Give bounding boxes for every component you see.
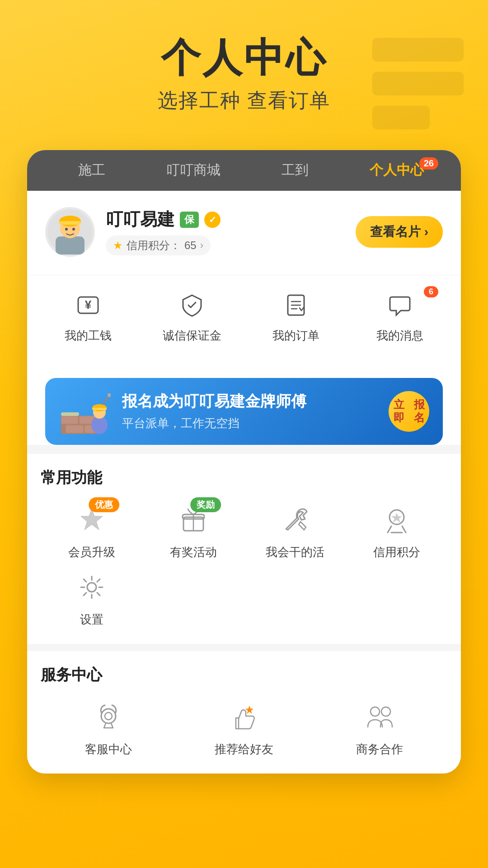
svg-rect-4 (56, 236, 84, 255)
wages-label: 我的工钱 (65, 328, 112, 344)
svg-marker-29 (391, 513, 402, 523)
customer-service-icon (90, 699, 127, 735)
vip-upgrade-icon: 优惠 (74, 502, 110, 538)
skills-icon (277, 502, 313, 538)
credit-label: 信用积分： (127, 238, 181, 253)
messages-icon: 6 (384, 289, 416, 321)
svg-point-9 (72, 228, 75, 231)
profile-left: 叮叮易建 保 ✓ ★ 信用积分： 65 › (45, 207, 221, 257)
page-subtitle: 选择工种 查看订单 (0, 87, 488, 114)
quick-action-wages[interactable]: ¥ 我的工钱 (36, 289, 140, 344)
common-functions-section: 常用功能 优惠 会员升级 奖励 (27, 454, 461, 644)
tab-dingdang-mall[interactable]: 叮叮商城 (142, 161, 244, 179)
svg-point-35 (381, 707, 390, 716)
banner-text: 报名成为叮叮易建金牌师傅 平台派单，工作无空挡 (122, 391, 380, 431)
func-activities[interactable]: 奖励 有奖活动 (142, 502, 244, 560)
activities-badge: 奖励 (190, 497, 221, 512)
wages-icon: ¥ (72, 289, 104, 321)
svg-point-31 (101, 709, 116, 723)
vip-upgrade-label: 会员升级 (68, 544, 115, 560)
svg-point-32 (105, 712, 112, 720)
main-card: 施工 叮叮商城 工到 个人中心 26 (27, 150, 461, 774)
recommend-friend-icon (226, 699, 262, 735)
svg-rect-24 (61, 412, 79, 416)
profile-row: 叮叮易建 保 ✓ ★ 信用积分： 65 › 查看名片 › (45, 207, 443, 257)
common-functions-title: 常用功能 (41, 467, 447, 488)
view-card-arrow-icon: › (424, 225, 428, 239)
credit-score: 65 (184, 239, 197, 252)
svg-rect-14 (61, 416, 78, 424)
recommend-friend-label: 推荐给好友 (215, 741, 273, 757)
func-skills[interactable]: 我会干的活 (244, 502, 346, 560)
banner-subtitle: 平台派单，工作无空挡 (122, 415, 380, 431)
page-title: 个人中心 (0, 36, 488, 80)
quick-action-messages[interactable]: 6 我的消息 (348, 289, 452, 344)
view-card-button[interactable]: 查看名片 › (356, 216, 443, 248)
header-area: 个人中心 选择工种 查看订单 (0, 0, 488, 137)
profile-name: 叮叮易建 (106, 208, 174, 231)
deposit-label: 诚信保证金 (163, 328, 221, 344)
service-recommend[interactable]: 推荐给好友 (176, 699, 312, 757)
svg-marker-33 (246, 706, 253, 713)
svg-point-34 (371, 707, 380, 716)
banner-section[interactable]: 报名成为叮叮易建金牌师傅 平台派单，工作无空挡 立即 报名 (45, 378, 443, 445)
badge-bao: 保 (180, 212, 199, 228)
activities-label: 有奖活动 (170, 544, 217, 560)
messages-label: 我的消息 (376, 328, 423, 344)
profile-section: 叮叮易建 保 ✓ ★ 信用积分： 65 › 查看名片 › (27, 191, 461, 275)
service-grid: 客服中心 推荐给好友 (41, 699, 447, 757)
func-credit-score[interactable]: 信用积分 (346, 502, 447, 560)
func-grid: 优惠 会员升级 奖励 (41, 502, 447, 627)
orders-icon (280, 289, 312, 321)
svg-rect-16 (66, 425, 84, 433)
svg-rect-7 (59, 221, 81, 225)
profile-name-row: 叮叮易建 保 ✓ (106, 208, 221, 231)
service-business[interactable]: 商务合作 (312, 699, 447, 757)
service-center-section: 服务中心 客服中心 (27, 651, 461, 774)
credit-score-icon (379, 502, 415, 538)
func-vip-upgrade[interactable]: 优惠 会员升级 (41, 502, 142, 560)
banner-signup-button[interactable]: 立即 报名 (389, 391, 429, 432)
tab-bar: 施工 叮叮商城 工到 个人中心 26 (27, 150, 461, 191)
badge-verified: ✓ (204, 212, 221, 228)
settings-icon (74, 569, 110, 605)
avatar (45, 207, 95, 257)
tab-shigong[interactable]: 施工 (41, 161, 142, 179)
banner-title: 报名成为叮叮易建金牌师傅 (122, 391, 380, 412)
activities-icon: 奖励 (175, 502, 211, 538)
quick-action-orders[interactable]: 我的订单 (244, 289, 348, 344)
business-coop-label: 商务合作 (356, 741, 403, 757)
service-customer[interactable]: 客服中心 (41, 699, 176, 757)
func-settings[interactable]: 设置 (41, 569, 142, 627)
tab-gongdao[interactable]: 工到 (244, 161, 346, 179)
customer-service-label: 客服中心 (85, 741, 132, 757)
business-coop-icon (361, 699, 398, 735)
messages-badge: 6 (424, 286, 438, 297)
tab-badge-personal: 26 (419, 157, 438, 170)
credit-arrow-icon: › (200, 240, 203, 251)
credit-score-label: 信用积分 (373, 544, 420, 560)
svg-text:¥: ¥ (85, 298, 92, 311)
svg-rect-23 (108, 393, 111, 397)
service-center-title: 服务中心 (41, 665, 447, 685)
svg-point-30 (87, 583, 96, 592)
svg-point-8 (65, 228, 68, 231)
settings-label: 设置 (80, 612, 103, 627)
profile-info: 叮叮易建 保 ✓ ★ 信用积分： 65 › (106, 208, 221, 255)
quick-action-deposit[interactable]: 诚信保证金 (140, 289, 244, 344)
banner-illustration (59, 389, 113, 434)
svg-rect-21 (92, 408, 107, 410)
orders-label: 我的订单 (272, 328, 319, 344)
credit-star-icon: ★ (113, 239, 123, 252)
tab-personal-center[interactable]: 个人中心 26 (346, 161, 447, 179)
deposit-icon (176, 289, 208, 321)
vip-badge: 优惠 (89, 497, 119, 512)
credit-row[interactable]: ★ 信用积分： 65 › (106, 236, 211, 255)
skills-label: 我会干的活 (266, 544, 324, 560)
quick-actions: ¥ 我的工钱 诚信保证金 (27, 275, 461, 360)
